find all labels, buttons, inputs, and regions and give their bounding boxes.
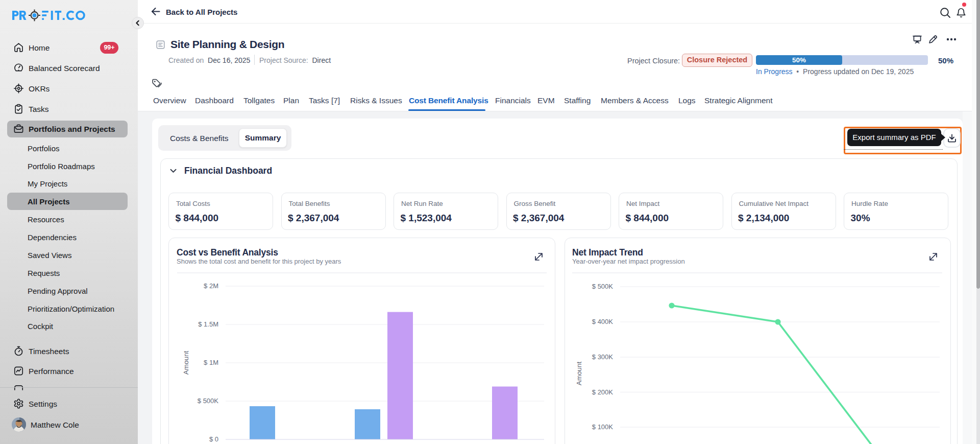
- svg-text:$ 0: $ 0: [209, 435, 218, 443]
- svg-text:$ 300K: $ 300K: [592, 353, 614, 361]
- svg-text:$ 2M: $ 2M: [204, 282, 218, 290]
- svg-text:Cost vs Benefit Analysis: Cost vs Benefit Analysis: [177, 247, 278, 258]
- svg-text:$ 200K: $ 200K: [592, 388, 614, 396]
- svg-text:$ 100K: $ 100K: [592, 423, 614, 431]
- svg-text:Shows the total cost and benef: Shows the total cost and benefit for thi…: [177, 258, 341, 265]
- svg-text:Year-over-year net impact prog: Year-over-year net impact progression: [572, 258, 685, 265]
- svg-text:$ 500K: $ 500K: [198, 397, 219, 405]
- svg-text:$ 500K: $ 500K: [592, 283, 614, 290]
- svg-text:$ 1.5M: $ 1.5M: [198, 320, 218, 328]
- svg-text:$ 400K: $ 400K: [592, 318, 614, 325]
- svg-text:Amount: Amount: [575, 361, 583, 385]
- svg-text:Net Impact Trend: Net Impact Trend: [572, 247, 643, 258]
- svg-text:$ 1M: $ 1M: [204, 359, 218, 366]
- svg-text:Amount: Amount: [182, 350, 190, 375]
